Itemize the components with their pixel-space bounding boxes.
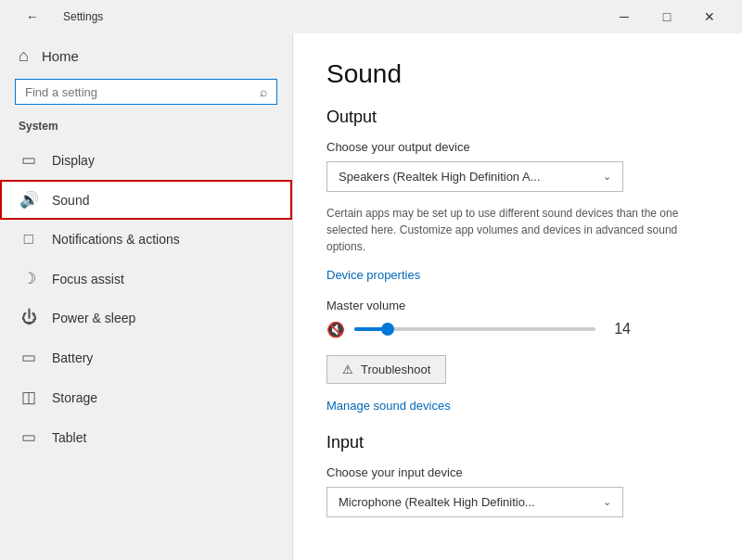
maximize-button[interactable]: □ [646,4,688,30]
output-device-label: Choose your output device [326,140,709,154]
sidebar-home[interactable]: ⌂ Home [0,33,292,79]
focus-icon: ☽ [19,269,39,288]
sidebar-item-label-storage: Storage [52,390,97,405]
volume-thumb[interactable] [381,323,394,336]
sidebar-item-label-power: Power & sleep [52,311,135,325]
sidebar-search-box[interactable]: ⌕ [15,79,277,105]
search-icon: ⌕ [260,84,267,99]
device-properties-link[interactable]: Device properties [326,268,420,282]
sidebar-item-label-notifications: Notifications & actions [52,232,180,247]
titlebar-title: Settings [63,10,103,23]
input-dropdown-arrow-icon: ⌄ [603,496,611,508]
storage-icon: ◫ [19,388,39,407]
sidebar-item-tablet[interactable]: ▭ Tablet [0,417,292,457]
mute-icon[interactable]: 🔇 [326,321,345,338]
troubleshoot-button[interactable]: ⚠ Troubleshoot [326,355,446,384]
sidebar-item-sound[interactable]: 🔊 Sound [0,180,292,220]
sidebar-item-label-battery: Battery [52,350,93,365]
battery-icon: ▭ [19,348,39,367]
main-container: ⌂ Home ⌕ System ▭ Display 🔊 Sound □ Noti… [0,33,742,560]
sidebar-item-storage[interactable]: ◫ Storage [0,377,292,417]
sidebar-item-power[interactable]: ⏻ Power & sleep [0,299,292,337]
volume-label: Master volume [326,299,709,312]
sidebar-section-label: System [0,116,292,140]
search-input[interactable] [25,85,260,99]
volume-slider[interactable] [354,320,595,338]
notifications-icon: □ [19,230,39,248]
sidebar-item-battery[interactable]: ▭ Battery [0,337,292,377]
sidebar-item-label-focus: Focus assist [52,272,124,286]
close-button[interactable]: ✕ [688,4,731,30]
output-device-value: Speakers (Realtek High Definition A... [339,170,541,184]
manage-devices-link[interactable]: Manage sound devices [326,399,451,413]
sound-icon: 🔊 [19,190,39,210]
minimize-button[interactable]: ─ [603,4,646,30]
display-icon: ▭ [19,150,39,170]
troubleshoot-label: Troubleshoot [361,363,430,376]
sidebar-item-focus[interactable]: ☽ Focus assist [0,259,292,299]
volume-row: 🔇 14 [326,320,709,338]
sidebar-item-label-tablet: Tablet [52,430,86,445]
titlebar-controls: ─ □ ✕ [603,4,731,30]
sidebar-item-display[interactable]: ▭ Display [0,140,292,180]
input-device-dropdown[interactable]: Microphone (Realtek High Definitio... ⌄ [326,487,623,517]
back-button[interactable]: ← [11,4,54,30]
power-icon: ⏻ [19,309,39,327]
sidebar-item-label-display: Display [52,153,95,168]
input-heading: Input [326,433,709,452]
home-label: Home [42,48,79,64]
output-device-dropdown[interactable]: Speakers (Realtek High Definition A... ⌄ [326,161,623,192]
page-title: Sound [326,59,709,89]
troubleshoot-warning-icon: ⚠ [342,363,353,376]
output-info-text: Certain apps may be set up to use differ… [326,205,709,255]
titlebar: ← Settings ─ □ ✕ [0,0,742,33]
volume-track [354,327,595,331]
output-heading: Output [326,108,709,127]
dropdown-arrow-icon: ⌄ [603,171,611,183]
home-icon: ⌂ [19,46,29,66]
input-device-value: Microphone (Realtek High Definitio... [339,495,535,509]
sidebar-item-label-sound: Sound [52,193,89,208]
input-device-label: Choose your input device [326,465,709,479]
tablet-icon: ▭ [19,427,39,447]
volume-value: 14 [605,321,631,337]
titlebar-left: ← Settings [11,4,103,30]
sidebar: ⌂ Home ⌕ System ▭ Display 🔊 Sound □ Noti… [0,33,293,560]
sidebar-item-notifications[interactable]: □ Notifications & actions [0,220,292,259]
content-area: Sound Output Choose your output device S… [293,33,742,560]
